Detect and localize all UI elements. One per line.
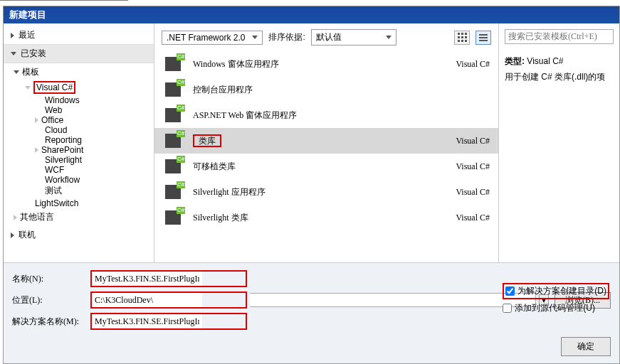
- footer: 名称(N): 位置(L): ▾ 浏览(B)... 解决方案名称(M): 为解决方…: [4, 262, 619, 325]
- template-item[interactable]: C#Silverlight 类库Visual C#: [154, 205, 498, 230]
- view-grid-button[interactable]: [454, 31, 470, 45]
- sort-label: 排序依据:: [268, 31, 305, 43]
- search-input[interactable]: [505, 29, 614, 44]
- tree-child[interactable]: Reporting: [4, 135, 154, 145]
- template-item[interactable]: C#控制台应用程序: [154, 77, 498, 102]
- name-input[interactable]: [92, 272, 202, 286]
- template-item-classlib[interactable]: C#类库Visual C#: [154, 128, 498, 154]
- toolbar: .NET Framework 2.0 排序依据: 默认值: [154, 23, 498, 51]
- tree-child[interactable]: Windows: [4, 95, 154, 105]
- tree-child[interactable]: Office: [4, 115, 154, 125]
- template-item[interactable]: C#Silverlight 应用程序Visual C#: [154, 179, 498, 205]
- sidebar-recent[interactable]: 最近: [4, 26, 154, 44]
- tree-templates[interactable]: 模板: [4, 65, 154, 80]
- tree-child[interactable]: WCF: [4, 165, 154, 175]
- type-label: 类型:: [505, 56, 525, 66]
- view-list-button[interactable]: [475, 31, 491, 45]
- tree-child[interactable]: Cloud: [4, 125, 154, 135]
- type-value: Visual C#: [527, 56, 563, 66]
- sort-combo[interactable]: 默认值: [311, 29, 396, 46]
- chevron-down-icon: [386, 36, 392, 39]
- add-scm-checkbox[interactable]: 添加到源代码管理(U): [503, 302, 609, 314]
- template-list: C#Windows 窗体应用程序Visual C# C#控制台应用程序 C#AS…: [154, 51, 498, 230]
- solution-input[interactable]: [92, 314, 202, 328]
- tree-otherlang[interactable]: 其他语言: [4, 210, 154, 225]
- location-input[interactable]: [92, 293, 202, 307]
- create-dir-checkbox[interactable]: 为解决方案创建目录(D): [503, 283, 609, 299]
- tree-child[interactable]: Web: [4, 105, 154, 115]
- sidebar-installed[interactable]: 已安装: [4, 44, 154, 63]
- chevron-down-icon: [252, 36, 258, 39]
- tree-lightswitch[interactable]: LightSwitch: [4, 197, 154, 210]
- template-description: 用于创建 C# 类库(.dll)的项: [505, 70, 614, 85]
- sidebar-online[interactable]: 联机: [4, 226, 154, 244]
- tree-child[interactable]: Silverlight: [4, 155, 154, 165]
- solution-label: 解决方案名称(M):: [12, 316, 90, 328]
- framework-combo[interactable]: .NET Framework 2.0: [162, 31, 263, 45]
- template-item[interactable]: C#Windows 窗体应用程序Visual C#: [154, 51, 498, 77]
- tree-child[interactable]: SharePoint: [4, 145, 154, 155]
- location-label: 位置(L):: [12, 294, 90, 306]
- tree-visual-csharp[interactable]: Visual C#: [4, 80, 154, 95]
- grid-icon: [458, 33, 467, 42]
- list-icon: [479, 34, 488, 41]
- template-item[interactable]: C#ASP.NET Web 窗体应用程序: [154, 102, 498, 128]
- location-input-ext[interactable]: [250, 293, 536, 307]
- tree-child[interactable]: Workflow: [4, 175, 154, 185]
- ok-button[interactable]: 确定: [561, 337, 611, 356]
- dialog-title: 新建项目: [4, 6, 619, 23]
- new-project-dialog: 新建项目 最近 已安装 模板 Visual C# Windows Web Off…: [3, 6, 620, 364]
- tree-child[interactable]: 测试: [4, 185, 154, 197]
- template-item[interactable]: C#可移植类库Visual C#: [154, 154, 498, 179]
- name-label: 名称(N):: [12, 273, 90, 285]
